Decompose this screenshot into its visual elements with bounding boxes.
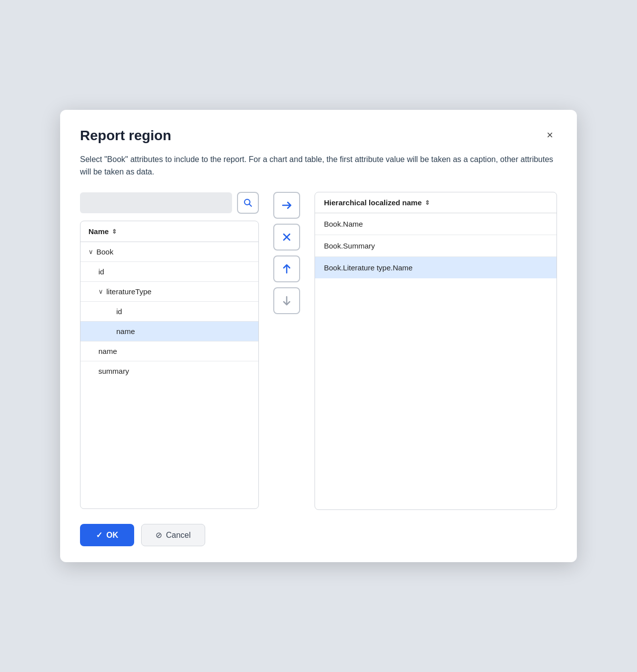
tree-row[interactable]: id (80, 302, 258, 322)
ok-button[interactable]: ✓ OK (80, 524, 134, 546)
move-down-button[interactable] (273, 287, 300, 314)
tree-row[interactable]: ∨Book (80, 242, 258, 262)
left-section: Name ⇕ ∨Bookid∨literatureTypeidnamenames… (80, 192, 259, 509)
add-button[interactable] (273, 192, 300, 219)
right-sort-icon[interactable]: ⇕ (425, 199, 430, 206)
ok-check-icon: ✓ (96, 530, 102, 540)
tree-header-label: Name (88, 227, 109, 236)
tree-row-label: literatureType (106, 287, 152, 296)
arrow-down-icon (281, 295, 292, 306)
dialog-title: Report region (80, 128, 171, 144)
selected-attribute-row[interactable]: Book.Summary (315, 235, 557, 257)
middle-section (267, 192, 307, 314)
search-row (80, 192, 259, 214)
tree-row[interactable]: ∨literatureType (80, 282, 258, 302)
svg-line-1 (249, 204, 252, 207)
tree-row[interactable]: summary (80, 361, 258, 381)
remove-button[interactable] (273, 224, 300, 251)
tree-sort-icon[interactable]: ⇕ (112, 228, 117, 235)
tree-row-label: id (116, 307, 122, 316)
right-header-label: Hierarchical localized name (324, 198, 422, 207)
dialog-header: Report region × (80, 128, 557, 144)
close-icon (282, 232, 292, 242)
expand-icon: ∨ (98, 288, 103, 295)
search-icon (243, 198, 253, 208)
dialog-footer: ✓ OK ⊘ Cancel (80, 524, 557, 546)
expand-icon: ∨ (88, 248, 93, 255)
ok-label: OK (106, 531, 118, 540)
right-section: Hierarchical localized name ⇕ Book.NameB… (315, 192, 557, 510)
search-input[interactable] (80, 192, 232, 213)
report-region-dialog: Report region × Select "Book" attributes… (60, 110, 577, 563)
tree-panel: Name ⇕ ∨Bookid∨literatureTypeidnamenames… (80, 221, 259, 509)
tree-rows-container: ∨Bookid∨literatureTypeidnamenamesummary (80, 242, 258, 381)
arrow-right-icon (281, 200, 292, 211)
selected-attribute-label: Book.Name (324, 220, 363, 228)
cancel-label: Cancel (166, 531, 191, 540)
close-button[interactable]: × (543, 128, 557, 143)
dialog-description: Select "Book" attributes to include to t… (80, 154, 557, 178)
selected-attribute-label: Book.Summary (324, 242, 375, 250)
tree-row-label: name (116, 327, 135, 336)
cancel-icon: ⊘ (156, 530, 162, 540)
move-up-button[interactable] (273, 255, 300, 282)
tree-row-label: Book (96, 248, 113, 256)
right-rows-container: Book.NameBook.SummaryBook.Literature typ… (315, 213, 557, 278)
tree-row-label: name (98, 347, 117, 355)
tree-row[interactable]: id (80, 262, 258, 282)
right-header: Hierarchical localized name ⇕ (315, 192, 557, 213)
tree-row[interactable]: name (80, 341, 258, 361)
tree-row[interactable]: name (80, 322, 258, 341)
cancel-button[interactable]: ⊘ Cancel (141, 524, 205, 546)
main-area: Name ⇕ ∨Bookid∨literatureTypeidnamenames… (80, 192, 557, 510)
selected-attribute-row[interactable]: Book.Name (315, 213, 557, 235)
arrow-up-icon (281, 263, 292, 274)
tree-row-label: id (98, 267, 104, 276)
tree-row-label: summary (98, 367, 129, 375)
selected-attribute-row[interactable]: Book.Literature type.Name (315, 257, 557, 278)
selected-attribute-label: Book.Literature type.Name (324, 263, 412, 272)
tree-header: Name ⇕ (80, 221, 258, 242)
search-button[interactable] (237, 192, 259, 214)
